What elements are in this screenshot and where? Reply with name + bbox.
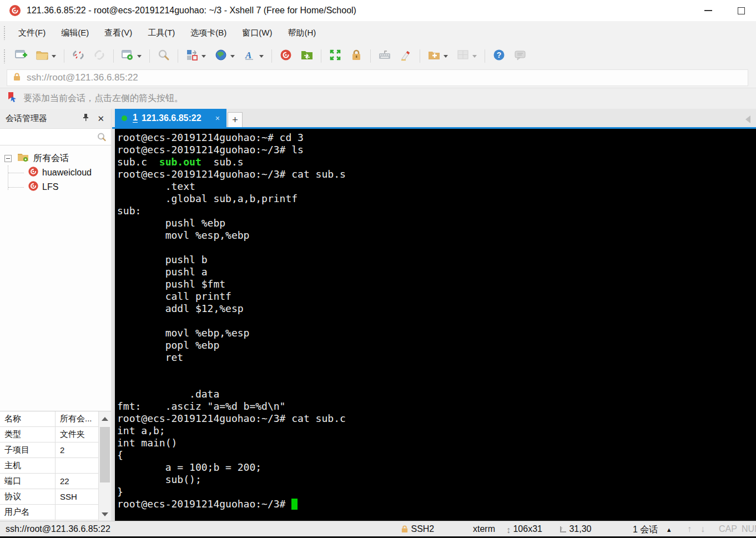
fullscreen-button[interactable] [326,47,345,65]
terminal-text: sub.s [201,156,244,168]
close-icon[interactable]: ✕ [97,114,104,124]
lock-icon [350,49,362,63]
dropdown-caret-icon[interactable] [137,55,142,58]
scroll-up-arrow-icon[interactable]: ↑ [687,524,692,534]
pin-icon[interactable] [82,113,89,124]
tree-node-label: huaweicloud [42,168,92,178]
terminal-line: pushl $fmt [117,278,756,290]
terminal-text: root@ecs-20191214guohao:~/3# ls [117,144,304,155]
dropdown-caret-icon[interactable] [259,55,264,58]
menu-item-7[interactable]: 帮助(H) [280,24,324,42]
terminal-line: root@ecs-20191214guohao:~/3# ls [117,144,756,156]
collapse-expander-icon[interactable] [4,155,12,162]
property-label: 协议 [0,489,56,504]
menu-item-6[interactable]: 窗口(W) [234,24,280,42]
property-row: 用户名 [0,505,111,520]
tab-session-1[interactable]: 1 121.36.6.85:22 × [115,109,226,127]
help-button[interactable]: ? [490,47,508,65]
keyboard-button[interactable] [375,47,394,65]
scrollbar-thumb[interactable] [100,427,110,482]
font-icon: A [244,49,256,63]
terminal-line: int a,b; [117,425,756,437]
toolbar-grip[interactable] [3,49,6,63]
terminal-line: pushl %ebp [117,217,756,229]
tree-node-huaweicloud[interactable]: huaweicloud [0,165,111,180]
menu-item-5[interactable]: 选项卡(B) [183,24,234,42]
terminal-text: sub.c [117,156,159,168]
menu-bar: 文件(F)编辑(E)查看(V)工具(T)选项卡(B)窗口(W)帮助(H) [0,21,756,44]
menu-item-2[interactable]: 编辑(E) [53,24,97,42]
session-icon [28,166,39,179]
session-properties-button[interactable] [118,47,145,65]
main-area: 会话管理器 ✕ 所有会话 huaweicloudLFS 名称所有会. [0,109,756,521]
new-folder-button[interactable] [425,47,451,65]
status-terminal-size: ↕ 106x31 [506,524,542,535]
tab-scroll-left-icon[interactable] [745,115,750,123]
highlight-pen-button[interactable] [396,47,415,65]
tree-node-lfs[interactable]: LFS [0,180,111,194]
xshell-button[interactable] [276,47,295,65]
dropdown-caret-icon[interactable] [230,55,235,58]
property-row: 协议SSH [0,489,111,505]
chat-button[interactable] [511,47,530,65]
dropdown-caret-icon[interactable] [201,55,206,58]
toolbar-separator [485,49,485,63]
address-field[interactable]: ssh://root@121.36.6.85:22 [7,69,748,86]
tab-close-icon[interactable]: × [215,114,220,123]
property-value: 所有会... [56,414,92,424]
maximize-button[interactable] [738,7,745,14]
toolbar-separator [64,49,64,63]
scroll-down-arrow-icon[interactable]: ↓ [700,524,705,534]
terminal-text: pushl $fmt [117,278,225,290]
arrange-button[interactable] [183,47,209,65]
resize-icon: ↕ [506,525,511,535]
terminal-text: pushl a [117,266,208,278]
open-folder-button[interactable] [33,47,59,65]
terminal-screen[interactable]: root@ecs-20191214guohao:~# cd 3root@ecs-… [115,129,756,521]
lock-button[interactable] [347,47,366,65]
new-session-icon [15,49,27,63]
chat-icon [514,49,526,63]
toolbar-grip[interactable] [3,26,6,40]
dropdown-caret-icon[interactable] [472,55,477,58]
minimize-button[interactable] [704,10,712,11]
disconnect-button[interactable] [69,47,88,65]
triangle-down-icon [102,512,108,516]
new-tab-button[interactable]: + [228,112,243,127]
menu-item-1[interactable]: 文件(F) [11,24,53,42]
toolbar-separator [149,49,150,63]
property-value: 2 [56,445,64,455]
info-bar: 要添加当前会话，点击左侧的箭头按钮。 [0,88,756,109]
scroll-down-button[interactable] [99,507,111,521]
properties-scrollbar[interactable] [98,411,111,521]
status-bar: ssh://root@121.36.6.85:22 SSH2 xterm ↕ 1… [0,521,756,538]
find-button[interactable] [154,47,173,65]
menu-item-3[interactable]: 查看(V) [97,24,140,42]
menu-item-4[interactable]: 工具(T) [140,24,183,42]
xftp-button[interactable] [298,47,316,65]
terminal-line: root@ecs-20191214guohao:~/3# cat sub.s [117,168,756,180]
session-search-box[interactable] [0,129,111,145]
terminal-line: .global sub,a,b,printf [117,193,756,205]
terminal-line [117,364,756,376]
new-session-button[interactable] [12,47,31,65]
property-label: 用户名 [0,505,56,520]
terminal-text: call printf [117,290,231,302]
dropdown-caret-icon[interactable] [52,55,56,58]
keyboard-icon [379,49,391,63]
terminal-line: } [117,486,756,498]
status-session-count[interactable]: 1 会话 ▲ [633,524,672,536]
session-expand-icon[interactable]: ▲ [666,526,672,533]
session-properties-grid: 名称所有会...类型文件夹子项目2主机端口22协议SSH用户名 [0,411,111,521]
font-button[interactable]: A [240,47,267,65]
encoding-globe-button[interactable] [211,47,238,65]
session-icon [28,180,39,194]
scroll-up-button[interactable] [99,411,111,426]
tree-node-all-sessions[interactable]: 所有会话 [0,151,111,165]
toolbar-separator [321,49,321,63]
maximize-icon [738,7,745,14]
terminal-text: popl %ebp [117,339,219,351]
title-bar: 121.36.6.85:22 - root@ecs-20191214guohao… [0,0,756,21]
dropdown-caret-icon[interactable] [443,55,448,58]
property-value: 文件夹 [56,429,85,440]
